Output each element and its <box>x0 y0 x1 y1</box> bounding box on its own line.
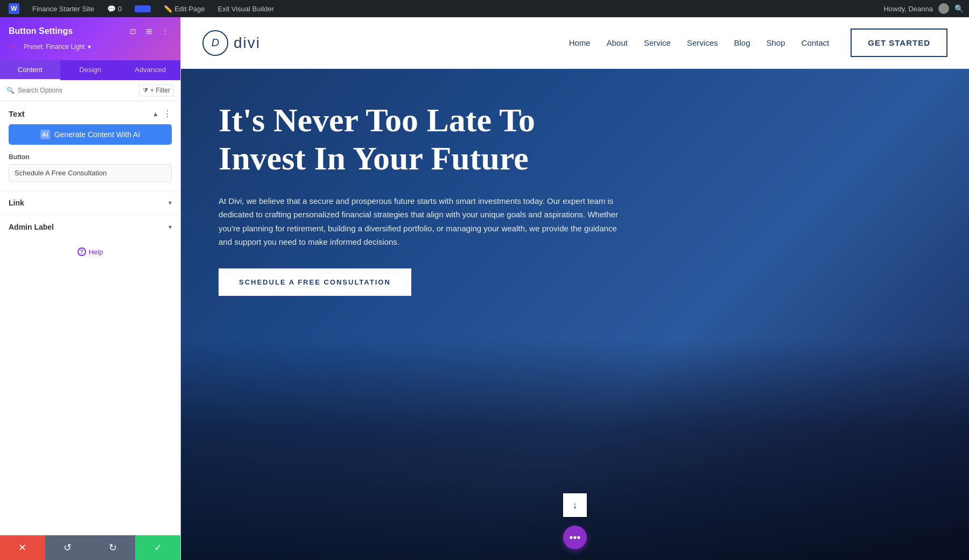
hero-cta-label: SCHEDULE A FREE CONSULTATION <box>239 278 391 286</box>
preset-label: Preset: Finance Light <box>24 43 85 51</box>
logo-text: divi <box>234 34 261 52</box>
comment-icon: 💬 <box>107 5 116 13</box>
redo-icon: ↻ <box>109 542 117 554</box>
text-section-title: Text <box>9 109 25 118</box>
search-icon: 🔍 <box>6 87 15 94</box>
button-section: Button <box>0 153 180 190</box>
site-logo: D divi <box>202 30 261 56</box>
site-navigation: D divi Home About Service Services Blog … <box>181 17 969 69</box>
panel-header-icons: ⊡ ⊞ ⋮ <box>127 25 172 38</box>
new-badge: New <box>135 5 151 12</box>
logo-letter: D <box>212 37 219 49</box>
admin-search-icon[interactable]: 🔍 <box>954 4 964 13</box>
comments-link[interactable]: 💬 0 <box>104 0 125 17</box>
menu-item-home[interactable]: Home <box>569 38 591 47</box>
text-section-controls: ▲ ⋮ <box>152 109 172 119</box>
help-label: Help <box>89 248 103 256</box>
wp-logo[interactable]: W <box>5 0 23 17</box>
comments-count: 0 <box>118 5 122 13</box>
cancel-button[interactable]: ✕ <box>0 535 45 560</box>
save-button[interactable]: ✓ <box>135 535 180 560</box>
tab-content[interactable]: Content <box>0 60 60 80</box>
link-chevron-icon: ▾ <box>168 199 172 207</box>
hero-cta-button[interactable]: SCHEDULE A FREE CONSULTATION <box>219 268 411 296</box>
generate-ai-button[interactable]: AI Generate Content With AI <box>9 124 172 145</box>
filter-icon: ⧩ <box>143 87 148 94</box>
grid-icon[interactable]: ⊞ <box>143 25 156 38</box>
menu-item-service[interactable]: Service <box>644 38 671 47</box>
fab-menu-button[interactable]: ••• <box>563 526 587 549</box>
main-layout: Button Settings ⊡ ⊞ ⋮ ← Preset: Finance … <box>0 17 969 560</box>
menu-item-about[interactable]: About <box>607 38 628 47</box>
panel-tabs: Content Design Advanced <box>0 60 180 80</box>
admin-label-section: Admin Label ▾ <box>0 215 180 239</box>
back-arrow-icon[interactable]: ← <box>9 40 20 54</box>
site-preview: D divi Home About Service Services Blog … <box>181 17 969 560</box>
pencil-icon: ✏️ <box>164 5 172 13</box>
hero-content: It's Never Too Late To Invest In Your Fu… <box>181 69 665 323</box>
help-button[interactable]: ? Help <box>78 247 103 256</box>
ai-icon: AI <box>40 130 50 139</box>
more-options-icon[interactable]: ⋮ <box>159 25 172 38</box>
hero-description: At Divi, we believe that a secure and pr… <box>219 194 628 249</box>
search-bar: 🔍 ⧩ + Filter <box>0 80 180 101</box>
get-started-button[interactable]: GET STARTED <box>851 29 947 57</box>
menu-item-contact[interactable]: Contact <box>802 38 830 47</box>
panel-header-top: Button Settings ⊡ ⊞ ⋮ <box>9 25 172 38</box>
collapse-icon[interactable]: ▲ <box>152 110 159 118</box>
text-section-header: Text ▲ ⋮ <box>0 101 180 124</box>
button-field-label: Button <box>9 153 172 161</box>
menu-item-blog[interactable]: Blog <box>734 38 750 47</box>
edit-page-text: Edit Page <box>174 5 205 13</box>
cancel-icon: ✕ <box>18 542 26 554</box>
logo-circle: D <box>202 30 228 56</box>
wordpress-icon: W <box>9 3 19 14</box>
tab-design[interactable]: Design <box>60 60 121 80</box>
redo-button[interactable]: ↻ <box>90 535 136 560</box>
admin-bar-right: Howdy, Deanna 🔍 <box>883 3 964 14</box>
filter-button[interactable]: ⧩ + Filter <box>139 84 174 96</box>
help-icon: ? <box>78 247 86 256</box>
scroll-down-button[interactable]: ↓ <box>563 493 587 517</box>
fab-dots-icon: ••• <box>569 531 580 544</box>
search-input[interactable] <box>18 87 136 94</box>
site-name-link[interactable]: Finance Starter Site <box>29 0 97 17</box>
panel-footer: ✕ ↺ ↻ ✓ <box>0 535 180 560</box>
preset-dropdown-icon[interactable]: ▾ <box>88 43 91 51</box>
save-icon: ✓ <box>154 542 162 554</box>
undo-icon: ↺ <box>64 542 72 554</box>
menu-item-services[interactable]: Services <box>687 38 718 47</box>
panel-header: Button Settings ⊡ ⊞ ⋮ ← Preset: Finance … <box>0 17 180 60</box>
admin-label-header[interactable]: Admin Label ▾ <box>0 215 180 239</box>
preset-line: ← Preset: Finance Light ▾ <box>9 40 172 54</box>
get-started-label: GET STARTED <box>868 38 930 47</box>
responsive-icon[interactable]: ⊡ <box>127 25 139 38</box>
hero-title: It's Never Too Late To Invest In Your Fu… <box>219 101 628 178</box>
undo-button[interactable]: ↺ <box>45 535 90 560</box>
help-section: ? Help <box>0 239 180 265</box>
admin-label-title: Admin Label <box>9 223 54 231</box>
button-text-input[interactable] <box>9 164 172 182</box>
howdy-text: Howdy, Deanna <box>883 5 933 13</box>
panel-title: Button Settings <box>9 26 73 36</box>
text-section: Text ▲ ⋮ AI Generate Content With AI <box>0 101 180 145</box>
hero-section: It's Never Too Late To Invest In Your Fu… <box>181 69 969 560</box>
admin-bar: W Finance Starter Site 💬 0 New ✏️ Edit P… <box>0 0 969 17</box>
settings-panel: Button Settings ⊡ ⊞ ⋮ ← Preset: Finance … <box>0 17 181 560</box>
arrow-down-icon: ↓ <box>573 500 578 511</box>
edit-page-link[interactable]: ✏️ Edit Page <box>160 0 208 17</box>
ai-btn-label: Generate Content With AI <box>54 130 141 139</box>
filter-label: + Filter <box>150 87 170 94</box>
tab-advanced[interactable]: Advanced <box>120 60 180 80</box>
exit-builder-link[interactable]: Exit Visual Builder <box>215 0 278 17</box>
link-section-header[interactable]: Link ▾ <box>0 191 180 215</box>
site-menu: Home About Service Services Blog Shop Co… <box>569 38 830 47</box>
new-menu[interactable]: New <box>131 0 154 17</box>
exit-builder-text: Exit Visual Builder <box>218 5 275 13</box>
link-section: Link ▾ <box>0 190 180 215</box>
menu-item-shop[interactable]: Shop <box>767 38 785 47</box>
link-section-title: Link <box>9 199 24 207</box>
site-name-text: Finance Starter Site <box>32 5 94 13</box>
section-menu-icon[interactable]: ⋮ <box>163 109 172 119</box>
avatar[interactable] <box>938 3 949 14</box>
